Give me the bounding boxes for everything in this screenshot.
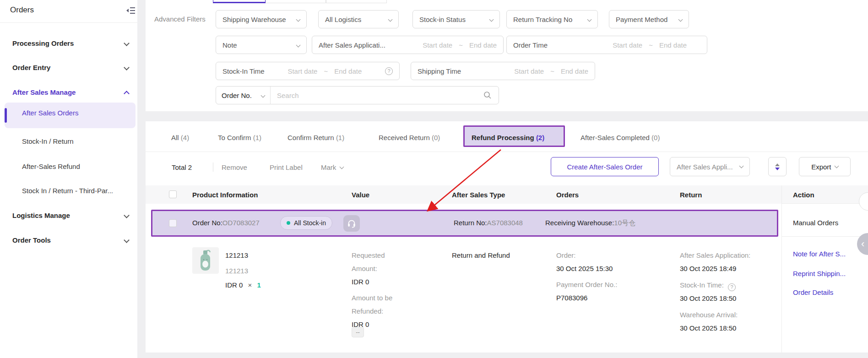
shipping-time-range[interactable]: Shipping Time Start date ~ End date: [411, 62, 595, 80]
payment-order-label: Payment Order No.:: [556, 278, 634, 291]
status-dot-icon: [287, 221, 290, 225]
chevron-down-icon: [124, 40, 130, 46]
toolbar-separator: [213, 163, 213, 172]
collapse-sidebar-button[interactable]: [126, 6, 136, 16]
sort-order-button[interactable]: [768, 157, 787, 176]
chevron-down-icon: [296, 43, 301, 47]
logistics-select[interactable]: All Logistics: [318, 10, 399, 28]
stock-status-badge: All Stock-in: [280, 216, 332, 230]
application-time: 30 Oct 2025 18:49: [680, 262, 752, 275]
stock-in-time-range[interactable]: Stock-In Time Start date ~ End date ?: [216, 62, 400, 80]
chevron-left-icon: ‹: [861, 238, 864, 250]
product-price-qty: IDR 0 × 1: [225, 278, 261, 292]
times-icon: ×: [248, 281, 252, 289]
order-time-range[interactable]: Order Time Start date ~ End date: [506, 36, 707, 54]
note-select[interactable]: Note: [216, 36, 307, 54]
note-for-after-sales-link[interactable]: Note for After S...: [793, 250, 846, 258]
sidebar-item-logistics-manage[interactable]: Logistics Manage: [12, 212, 70, 219]
advanced-filters-label: Advanced Filters: [154, 15, 206, 23]
end-date-placeholder: End date: [469, 41, 497, 49]
sidebar-item-processing-orders[interactable]: Processing Orders: [12, 39, 74, 47]
order-details-link[interactable]: Order Details: [793, 288, 833, 296]
tab-all[interactable]: All (4): [171, 134, 189, 141]
row-checkbox[interactable]: [169, 219, 177, 227]
start-date-placeholder: Start date: [514, 67, 544, 75]
chevron-down-icon: [489, 17, 494, 22]
sidebar-item-stock-in-return-third-party[interactable]: Stock In / Return - Third-Par...: [22, 187, 113, 195]
top-tab-active[interactable]: [213, 0, 266, 3]
help-icon: ?: [385, 67, 393, 75]
after-sales-application-range[interactable]: After Sales Applicati... Start date ~ En…: [312, 36, 504, 54]
bottom-separator: [146, 353, 868, 358]
tab-received-return[interactable]: Received Return (0): [379, 134, 440, 141]
sidebar-item-after-sales-refund[interactable]: After-Sales Refund: [22, 163, 80, 170]
shipping-warehouse-select[interactable]: Shipping Warehouse: [216, 10, 307, 28]
chevron-up-icon: [124, 91, 130, 97]
sidebar-item-order-entry[interactable]: Order Entry: [12, 64, 50, 71]
action-cell-divider: [781, 236, 868, 237]
after-sales-type-cell: Return and Refund: [452, 249, 510, 262]
chevron-down-icon: [678, 17, 683, 22]
chevron-down-icon: [339, 165, 344, 169]
select-all-checkbox[interactable]: [169, 190, 177, 198]
start-date-placeholder: Start date: [613, 41, 642, 49]
search-input[interactable]: [271, 92, 483, 99]
customer-service-button[interactable]: [343, 215, 360, 232]
tab-after-sales-completed[interactable]: After-Sales Completed (0): [580, 134, 660, 141]
export-button[interactable]: Export: [799, 157, 851, 176]
sort-ascending-icon: [775, 163, 780, 166]
product-subtitle: 121213: [225, 264, 248, 277]
payment-method-select[interactable]: Payment Method: [609, 10, 689, 28]
return-cell: After Sales Application: 30 Oct 2025 18:…: [680, 249, 752, 335]
print-label-button[interactable]: Print Label: [270, 163, 303, 171]
remove-button[interactable]: Remove: [222, 163, 247, 171]
sidebar: Orders Processing Orders Order Entry Aft…: [0, 0, 137, 358]
header-orders: Orders: [556, 191, 579, 199]
order-search-combo: Order No.: [216, 86, 499, 104]
table-panel: [146, 121, 868, 353]
sort-descending-icon: [775, 168, 780, 170]
sidebar-gutter: [137, 0, 146, 358]
after-sales-application-sort-select[interactable]: After Sales Appli...: [670, 157, 750, 176]
top-tab-3[interactable]: [326, 0, 387, 3]
return-tracking-select[interactable]: Return Tracking No: [506, 10, 598, 28]
collapse-icon: [126, 6, 136, 15]
chevron-down-icon: [587, 17, 592, 22]
warehouse-arrival-label: Warehouse Arrival:: [680, 308, 752, 321]
stock-in-time: 30 Oct 2025 18:50: [680, 292, 752, 305]
quantity: 1: [257, 281, 260, 289]
chevron-down-icon: [124, 212, 130, 218]
action-column-divider: [781, 185, 782, 353]
product-thumbnail: [192, 247, 219, 276]
header-return: Return: [680, 191, 702, 199]
after-sales-orders-page: Orders Processing Orders Order Entry Aft…: [0, 0, 868, 358]
sidebar-item-after-sales-manage[interactable]: After Sales Manage: [12, 88, 76, 96]
tab-refund-processing[interactable]: Refund Processing (2): [472, 134, 544, 141]
note-chip: --: [352, 327, 364, 337]
stock-in-status-select[interactable]: Stock-in Status: [412, 10, 500, 28]
sidebar-item-stock-in-return[interactable]: Stock-In / Return: [22, 137, 74, 145]
sidebar-item-order-tools[interactable]: Order Tools: [12, 236, 51, 244]
total-count-label: Total 2: [172, 163, 192, 171]
top-tab-2[interactable]: [266, 0, 326, 3]
help-icon: ?: [728, 283, 736, 291]
mark-dropdown[interactable]: Mark: [321, 163, 343, 171]
sidebar-item-after-sales-orders[interactable]: After Sales Orders: [22, 109, 78, 117]
return-no-text: Return No:AS7083048: [454, 219, 523, 227]
chevron-down-icon: [739, 164, 744, 168]
tab-to-confirm[interactable]: To Confirm (1): [218, 134, 261, 141]
group-row-action-label: Manual Orders: [793, 219, 838, 227]
start-date-placeholder: Start date: [423, 41, 452, 49]
search-field-select[interactable]: Order No.: [216, 87, 271, 104]
tab-confirm-return[interactable]: Confirm Return (1): [288, 134, 344, 141]
receiving-warehouse-text: Receiving Warehouse:10号仓: [545, 219, 635, 228]
headset-icon: [347, 218, 357, 228]
chevron-down-icon: [296, 17, 301, 22]
reprint-shipping-link[interactable]: Reprint Shippin...: [793, 270, 846, 277]
header-action: Action: [793, 191, 814, 199]
end-date-placeholder: End date: [561, 67, 588, 75]
sidebar-selected-indicator: [5, 108, 7, 123]
order-no-text: Order No:OD7083027: [192, 219, 260, 227]
create-after-sales-order-button[interactable]: Create After-Sales Order: [551, 157, 659, 176]
search-icon[interactable]: [483, 91, 492, 100]
